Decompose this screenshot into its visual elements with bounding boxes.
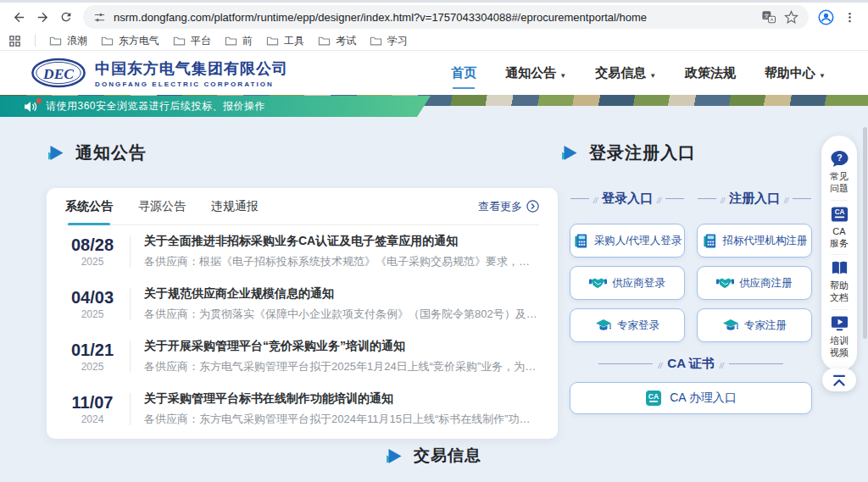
list-item[interactable]: 08/28 2025 关于全面推进非招标采购业务CA认证及电子签章应用的通知 各…	[65, 225, 539, 278]
nav-home[interactable]: 首页	[451, 65, 476, 81]
bookmark-folder[interactable]: 浪潮	[49, 34, 87, 48]
slash-decoration	[657, 191, 661, 207]
notice-title[interactable]: 关于规范供应商企业规模信息的通知	[144, 286, 539, 302]
company-name: 中国东方电气集团有限公司 DONGFANG ELECTRIC CORPORATI…	[95, 58, 288, 88]
bookmark-folder[interactable]: 考试	[318, 34, 356, 48]
view-more-link[interactable]: 查看更多	[478, 199, 539, 214]
bookmark-folder[interactable]: 学习	[370, 34, 408, 48]
login-group-label: 登录入口	[602, 191, 653, 207]
back-to-top-button[interactable]	[822, 368, 856, 391]
company-name-cn: 中国东方电气集团有限公司	[95, 58, 288, 79]
ca-apply-button[interactable]: CA CA 办理入口	[570, 382, 812, 414]
handshake-icon	[716, 276, 734, 290]
url-bar[interactable]: nsrm.dongfang.com/platform/runtime/epp/d…	[83, 5, 809, 29]
site-header: DEC 中国东方电气集团有限公司 DONGFANG ELECTRIC CORPO…	[0, 51, 868, 95]
notice-date-block: 04/03 2025	[65, 288, 120, 320]
nav-help-center[interactable]: 帮助中心	[765, 65, 826, 81]
translate-icon[interactable]: 文A	[761, 9, 776, 25]
circle-chevron-right-icon	[526, 200, 539, 213]
section-arrow-icon	[562, 146, 578, 160]
browser-window: nsrm.dongfang.com/platform/runtime/epp/d…	[0, 0, 868, 482]
divider	[130, 341, 131, 373]
svg-text:?: ?	[837, 152, 842, 163]
folder-icon	[225, 36, 237, 47]
training-video-icon	[830, 315, 849, 332]
notice-ticker[interactable]: 请使用360安全浏览器进行后续投标、报价操作	[0, 96, 431, 117]
nav-trade-info[interactable]: 交易信息	[595, 65, 656, 81]
bookmark-folder[interactable]: 工具	[266, 34, 304, 48]
nav-label: 交易信息	[595, 65, 646, 81]
list-item[interactable]: 11/07 2024 关于采购管理平台标书在线制作功能培训的通知 各供应商：东方…	[65, 383, 539, 435]
divider	[793, 198, 811, 199]
expert-login-button[interactable]: 专家登录	[570, 308, 685, 342]
bookmark-label: 学习	[387, 34, 408, 48]
login-section-header: 登录注册入口	[562, 141, 696, 164]
notice-desc: 各供应商：根据《电子招标投标系统技术规范》《电子采购交易规范》要求，东方电气采购…	[144, 254, 539, 269]
sidebar-item-label: CA 服务	[830, 225, 849, 250]
tab-sourcing-notices[interactable]: 寻源公告	[138, 188, 186, 224]
forward-button[interactable]	[31, 5, 54, 29]
bookmark-label: 考试	[336, 34, 356, 48]
notice-desc: 各供应商：东方电气采购管理平台拟于2025年1月24日上线“竞价采购”业务，为帮…	[144, 359, 539, 374]
reload-button[interactable]	[54, 5, 78, 29]
bookmark-star-icon[interactable]	[784, 10, 798, 25]
folder-icon	[370, 36, 382, 47]
divider	[698, 198, 716, 199]
button-label: 供应商注册	[739, 276, 793, 291]
notice-date-block: 11/07 2024	[65, 393, 120, 425]
site-settings-icon[interactable]	[93, 11, 106, 24]
sidebar-item-ca-service[interactable]: CA CA 服务	[830, 201, 849, 255]
bookmark-folder[interactable]: 平台	[173, 34, 211, 48]
svg-text:DEC: DEC	[42, 65, 74, 82]
supplier-login-button[interactable]: 供应商登录	[570, 266, 685, 300]
trade-section-header: 交易信息	[0, 445, 868, 467]
notice-date-block: 08/28 2025	[65, 235, 120, 268]
profile-button[interactable]	[814, 5, 837, 29]
notice-year: 2025	[65, 256, 120, 268]
list-item[interactable]: 04/03 2025 关于规范供应商企业规模信息的通知 各供应商：为贯彻落实《保…	[65, 278, 539, 330]
avatar	[817, 8, 835, 26]
quick-sidebar: ? 常见 问题 CA CA 服务 帮助 文档 培训 视频	[821, 136, 857, 371]
purchaser-login-button[interactable]: 采购人/代理人登录	[570, 224, 685, 258]
calculator-icon	[573, 233, 589, 249]
bookmark-folder[interactable]: 前	[225, 34, 253, 48]
slash-decoration	[721, 191, 725, 207]
calculator-icon	[702, 233, 718, 249]
supplier-register-button[interactable]: 供应商注册	[697, 266, 812, 300]
sidebar-item-faq[interactable]: ? 常见 问题	[830, 145, 849, 200]
tab-violation-reports[interactable]: 违规通报	[211, 188, 259, 224]
graduation-cap-icon	[595, 319, 612, 333]
tab-system-notices[interactable]: 系统公告	[65, 188, 113, 224]
ticker-text: 请使用360安全浏览器进行后续投标、报价操作	[46, 99, 265, 114]
reload-icon	[59, 10, 73, 24]
sidebar-item-help-docs[interactable]: 帮助 文档	[830, 255, 849, 309]
nav-label: 首页	[451, 65, 476, 81]
company-logo[interactable]: DEC 中国东方电气集团有限公司 DONGFANG ELECTRIC CORPO…	[31, 57, 288, 89]
sidebar-item-label: 帮助 文档	[830, 280, 849, 304]
url-text[interactable]: nsrm.dongfang.com/platform/runtime/epp/d…	[114, 11, 754, 24]
notice-title[interactable]: 关于采购管理平台标书在线制作功能培训的通知	[144, 391, 539, 407]
bookmark-folder[interactable]: 东方电气	[101, 34, 159, 48]
notice-title[interactable]: 关于全面推进非招标采购业务CA认证及电子签章应用的通知	[144, 234, 539, 249]
divider	[130, 393, 131, 425]
speaker-icon	[24, 101, 37, 113]
scrollbar[interactable]	[863, 127, 867, 339]
apps-grid-icon[interactable]	[8, 35, 21, 47]
notice-date: 08/28	[65, 235, 120, 255]
section-arrow-icon	[387, 449, 403, 463]
back-button[interactable]	[7, 5, 31, 29]
menu-button[interactable]	[837, 5, 861, 29]
nav-policies[interactable]: 政策法规	[685, 65, 736, 81]
notice-date: 11/07	[65, 393, 120, 413]
sidebar-item-training-videos[interactable]: 培训 视频	[830, 310, 849, 364]
divider	[570, 198, 589, 199]
expert-register-button[interactable]: 专家注册	[697, 308, 812, 342]
notice-desc: 各供应商：东方电气采购管理平台拟于2024年11月15日上线“标书在线制作”功能…	[144, 412, 539, 427]
list-item[interactable]: 01/21 2025 关于开展采购管理平台“竞价采购业务”培训的通知 各供应商：…	[65, 330, 539, 383]
chevron-down-icon	[559, 66, 566, 80]
notice-title[interactable]: 关于开展采购管理平台“竞价采购业务”培训的通知	[144, 339, 539, 354]
agency-register-button[interactable]: 招标代理机构注册	[697, 224, 812, 258]
nav-notices[interactable]: 通知公告	[505, 65, 566, 81]
bookmark-label: 东方电气	[119, 34, 159, 48]
main-nav: 首页 通知公告 交易信息 政策法规 帮助中心	[451, 65, 826, 81]
